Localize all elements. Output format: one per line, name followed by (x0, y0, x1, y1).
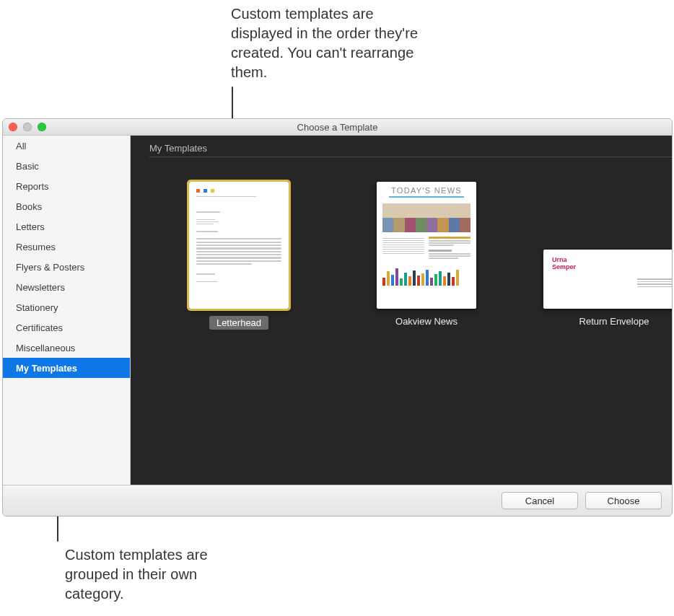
titlebar: Choose a Template (3, 119, 672, 136)
sidebar-item-resumes[interactable]: Resumes (3, 237, 130, 257)
section-header: My Templates (149, 136, 673, 157)
sidebar-item-basic[interactable]: Basic (3, 156, 130, 176)
template-thumb[interactable]: TODAY'S NEWS (377, 182, 476, 309)
traffic-lights (9, 123, 46, 131)
template-item-news[interactable]: TODAY'S NEWS (354, 182, 499, 327)
zoom-icon[interactable] (38, 123, 46, 131)
sidebar-item-letters[interactable]: Letters (3, 216, 130, 237)
category-sidebar: All Basic Reports Books Letters Resumes … (3, 136, 131, 485)
sidebar-item-certificates[interactable]: Certificates (3, 317, 130, 338)
sidebar-item-reports[interactable]: Reports (3, 176, 130, 196)
sidebar-item-miscellaneous[interactable]: Miscellaneous (3, 338, 130, 358)
template-thumb[interactable] (189, 182, 289, 309)
template-pane: My Templates (131, 136, 673, 485)
env-name2: Semper (552, 264, 673, 271)
cancel-button[interactable]: Cancel (502, 492, 578, 509)
template-label: Return Envelope (579, 316, 649, 327)
footer: Cancel Choose (3, 485, 672, 516)
template-thumb[interactable]: Urna Semper (543, 250, 673, 309)
sidebar-item-flyers[interactable]: Flyers & Posters (3, 257, 130, 277)
window-title: Choose a Template (297, 122, 378, 133)
template-chooser-window: Choose a Template All Basic Reports Book… (2, 118, 673, 516)
minimize-icon (23, 123, 32, 131)
template-item-envelope[interactable]: Urna Semper Return Envelope (542, 182, 673, 327)
news-masthead: TODAY'S NEWS (382, 186, 471, 195)
sidebar-item-newsletters[interactable]: Newsletters (3, 277, 130, 297)
callout-bottom: Custom templates are grouped in their ow… (65, 545, 253, 604)
template-label: Oakview News (395, 316, 458, 327)
sidebar-item-all[interactable]: All (3, 136, 130, 156)
sidebar-item-stationery[interactable]: Stationery (3, 297, 130, 317)
sidebar-item-books[interactable]: Books (3, 196, 130, 216)
sidebar-item-my-templates[interactable]: My Templates (3, 358, 130, 378)
close-icon[interactable] (9, 123, 17, 131)
template-item-letterhead[interactable]: Letterhead (167, 182, 311, 330)
choose-button[interactable]: Choose (585, 492, 662, 509)
callout-top: Custom templates are displayed in the or… (231, 4, 433, 82)
template-grid: Letterhead TODAY'S NEWS (131, 157, 673, 485)
template-label: Letterhead (209, 316, 268, 330)
